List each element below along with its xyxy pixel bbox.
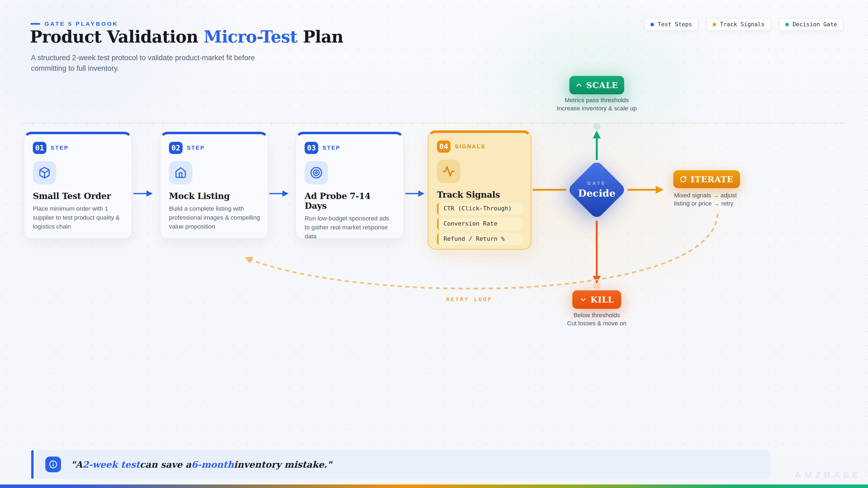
icon-tile: [305, 161, 328, 184]
iterate-caption-line2: listing or price → retry: [674, 199, 737, 208]
title-part-highlight: Micro-Test: [204, 27, 298, 46]
quote-banner: "A 2-week test can save a 6-month invent…: [31, 450, 771, 479]
step-card-small-test-order: 01 STEP Small Test Order Place minimum o…: [24, 132, 132, 239]
step-number-badge: 02: [169, 142, 183, 154]
quote-part-highlight-1: 2-week test: [83, 459, 140, 470]
scale-caption: Metrics pass thresholds Increase invento…: [532, 96, 662, 112]
timeline-ruler-ticks: [22, 123, 846, 126]
gate-eyebrow: GATE: [587, 181, 606, 186]
blue-dot-icon: [650, 23, 654, 26]
scale-caption-line1: Metrics pass thresholds: [532, 96, 662, 104]
icon-tile: [33, 161, 56, 184]
activity-icon: [442, 165, 455, 177]
eyebrow-label: GATE 5 PLAYBOOK: [44, 21, 118, 27]
quote-accent-bar: [31, 450, 34, 479]
legend: Test Steps Track Signals Decision Gate: [644, 18, 844, 31]
title-part-3: Plan: [297, 27, 343, 46]
scale-button-label: SCALE: [586, 80, 618, 90]
signals-card-track-signals: 04 SIGNALS Track Signals CTR (Click-Thro…: [428, 131, 531, 250]
gate-label: Decide: [578, 187, 616, 199]
metric-row-conversion: Conversion Rate: [437, 218, 523, 230]
metric-row-ctr: CTR (Click-Through): [437, 203, 523, 215]
step-kind-label: STEP: [187, 145, 205, 151]
legend-chip-decision-gate: Decision Gate: [779, 18, 844, 31]
retry-loop-label: RETRY LOOP: [423, 296, 516, 302]
step-title: Mock Listing: [169, 191, 259, 201]
signals-number-badge: 04: [437, 140, 451, 153]
info-icon-tile: [45, 457, 61, 472]
signals-title: Track Signals: [437, 190, 522, 199]
chevron-up-icon: [575, 82, 582, 89]
legend-chip-test-steps: Test Steps: [644, 18, 699, 31]
iterate-caption: Mixed signals → adjust listing or price …: [674, 191, 737, 208]
step-title: Small Test Order: [33, 191, 123, 201]
title-part-1: Product Validation: [30, 27, 204, 46]
decision-gate-diamond[interactable]: GATE Decide: [567, 160, 627, 220]
iterate-caption-line1: Mixed signals → adjust: [674, 191, 737, 199]
step-kind-label: STEP: [322, 145, 340, 151]
scale-caption-line2: Increase inventory & scale up: [532, 104, 662, 112]
info-icon: [49, 460, 58, 469]
home-icon: [175, 166, 187, 179]
step-description: Run low-budget sponsored ads to gather r…: [305, 214, 396, 241]
signals-kind-label: SIGNALS: [455, 143, 486, 150]
rotate-cw-icon: [680, 176, 687, 183]
quote-text: "A 2-week test can save a 6-month invent…: [71, 450, 332, 479]
playbook-diagram-page: GATE 5 PLAYBOOK Product Validation Micro…: [0, 0, 868, 488]
metric-row-refund: Refund / Return %: [437, 233, 523, 245]
kill-button-label: KILL: [590, 295, 614, 304]
kill-button[interactable]: KILL: [572, 290, 621, 309]
bottom-gradient-bar: [0, 485, 868, 488]
quote-part-1: "A: [71, 459, 83, 470]
scale-button[interactable]: SCALE: [569, 76, 624, 94]
iterate-button-label: ITERATE: [691, 174, 734, 184]
step-card-mock-listing: 02 STEP Mock Listing Build a complete li…: [160, 132, 268, 239]
icon-tile: [437, 160, 460, 183]
icon-tile: [169, 161, 192, 184]
step-description: Build a complete listing with profession…: [169, 204, 260, 231]
page-subtitle: A structured 2-week test protocol to val…: [31, 53, 270, 74]
quote-part-5: inventory mistake.": [234, 459, 332, 470]
iterate-button[interactable]: ITERATE: [673, 170, 740, 188]
quote-part-highlight-2: 6-month: [191, 459, 234, 470]
legend-label: Track Signals: [720, 21, 764, 28]
step-number-badge: 03: [305, 142, 318, 154]
step-kind-label: STEP: [51, 145, 69, 151]
kill-caption-line1: Below thresholds: [532, 311, 662, 319]
kill-caption-line2: Cut losses & move on: [532, 319, 662, 327]
kill-caption: Below thresholds Cut losses & move on: [532, 311, 662, 327]
legend-chip-track-signals: Track Signals: [706, 18, 771, 31]
legend-label: Test Steps: [658, 21, 692, 28]
step-number-badge: 01: [33, 142, 46, 154]
step-title: Ad Probe 7-14 Days: [305, 191, 395, 210]
legend-label: Decision Gate: [793, 21, 837, 28]
chevron-down-icon: [580, 296, 587, 303]
box-icon: [38, 166, 51, 179]
step-card-ad-probe: 03 STEP Ad Probe 7-14 Days Run low-budge…: [296, 132, 404, 239]
green-dot-icon: [785, 23, 789, 26]
eyebrow: GATE 5 PLAYBOOK: [30, 21, 118, 27]
brand-watermark: AMZBASE: [795, 469, 861, 480]
eyebrow-dash: [30, 23, 40, 25]
target-icon: [310, 166, 322, 179]
quote-part-3: can save a: [140, 459, 191, 470]
page-title: Product Validation Micro-Test Plan: [30, 27, 343, 46]
orange-dot-icon: [713, 23, 716, 26]
step-description: Place minimum order with 1 supplier to t…: [33, 204, 124, 231]
